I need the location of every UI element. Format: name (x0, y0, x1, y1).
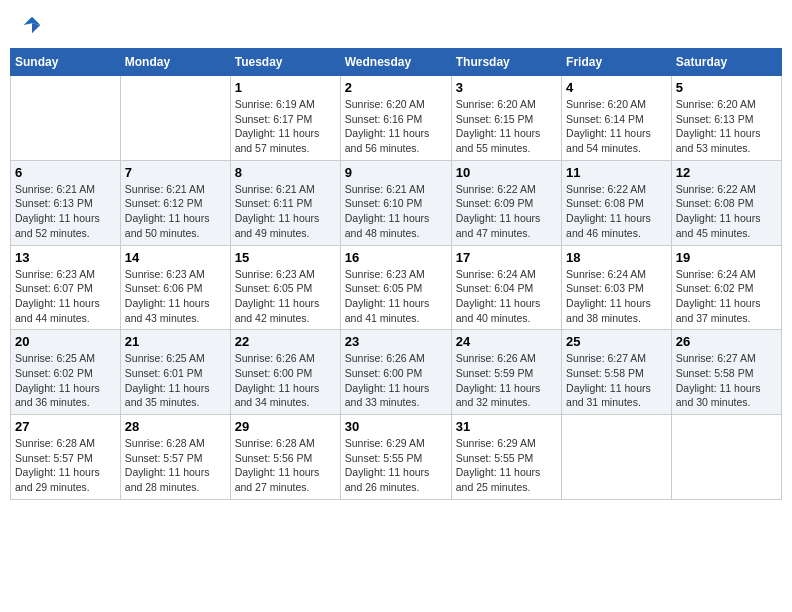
day-number: 1 (235, 80, 336, 95)
weekday-header: Friday (562, 49, 672, 76)
day-number: 14 (125, 250, 226, 265)
calendar-cell: 18Sunrise: 6:24 AM Sunset: 6:03 PM Dayli… (562, 245, 672, 330)
day-info: Sunrise: 6:23 AM Sunset: 6:06 PM Dayligh… (125, 267, 226, 326)
day-info: Sunrise: 6:23 AM Sunset: 6:07 PM Dayligh… (15, 267, 116, 326)
weekday-header: Wednesday (340, 49, 451, 76)
day-info: Sunrise: 6:20 AM Sunset: 6:16 PM Dayligh… (345, 97, 447, 156)
page-header (10, 10, 782, 40)
calendar-cell: 20Sunrise: 6:25 AM Sunset: 6:02 PM Dayli… (11, 330, 121, 415)
calendar-cell: 19Sunrise: 6:24 AM Sunset: 6:02 PM Dayli… (671, 245, 781, 330)
day-number: 30 (345, 419, 447, 434)
calendar-cell: 23Sunrise: 6:26 AM Sunset: 6:00 PM Dayli… (340, 330, 451, 415)
day-number: 4 (566, 80, 667, 95)
day-number: 25 (566, 334, 667, 349)
calendar-cell: 12Sunrise: 6:22 AM Sunset: 6:08 PM Dayli… (671, 160, 781, 245)
calendar-cell (11, 76, 121, 161)
calendar-cell: 26Sunrise: 6:27 AM Sunset: 5:58 PM Dayli… (671, 330, 781, 415)
day-number: 27 (15, 419, 116, 434)
calendar-header-row: SundayMondayTuesdayWednesdayThursdayFrid… (11, 49, 782, 76)
day-number: 3 (456, 80, 557, 95)
day-number: 19 (676, 250, 777, 265)
weekday-header: Tuesday (230, 49, 340, 76)
calendar-cell: 8Sunrise: 6:21 AM Sunset: 6:11 PM Daylig… (230, 160, 340, 245)
day-number: 16 (345, 250, 447, 265)
day-number: 18 (566, 250, 667, 265)
calendar-cell: 1Sunrise: 6:19 AM Sunset: 6:17 PM Daylig… (230, 76, 340, 161)
day-number: 21 (125, 334, 226, 349)
calendar-cell: 9Sunrise: 6:21 AM Sunset: 6:10 PM Daylig… (340, 160, 451, 245)
day-info: Sunrise: 6:20 AM Sunset: 6:13 PM Dayligh… (676, 97, 777, 156)
logo (20, 15, 42, 35)
day-info: Sunrise: 6:21 AM Sunset: 6:12 PM Dayligh… (125, 182, 226, 241)
day-info: Sunrise: 6:25 AM Sunset: 6:01 PM Dayligh… (125, 351, 226, 410)
calendar-cell (562, 415, 672, 500)
calendar-cell: 22Sunrise: 6:26 AM Sunset: 6:00 PM Dayli… (230, 330, 340, 415)
day-info: Sunrise: 6:28 AM Sunset: 5:57 PM Dayligh… (15, 436, 116, 495)
day-info: Sunrise: 6:29 AM Sunset: 5:55 PM Dayligh… (456, 436, 557, 495)
calendar-cell: 10Sunrise: 6:22 AM Sunset: 6:09 PM Dayli… (451, 160, 561, 245)
day-info: Sunrise: 6:22 AM Sunset: 6:08 PM Dayligh… (566, 182, 667, 241)
calendar-cell: 27Sunrise: 6:28 AM Sunset: 5:57 PM Dayli… (11, 415, 121, 500)
day-info: Sunrise: 6:20 AM Sunset: 6:14 PM Dayligh… (566, 97, 667, 156)
day-number: 10 (456, 165, 557, 180)
weekday-header: Monday (120, 49, 230, 76)
day-info: Sunrise: 6:27 AM Sunset: 5:58 PM Dayligh… (566, 351, 667, 410)
day-number: 17 (456, 250, 557, 265)
day-info: Sunrise: 6:26 AM Sunset: 5:59 PM Dayligh… (456, 351, 557, 410)
day-number: 24 (456, 334, 557, 349)
day-number: 28 (125, 419, 226, 434)
day-info: Sunrise: 6:21 AM Sunset: 6:11 PM Dayligh… (235, 182, 336, 241)
calendar-week-row: 20Sunrise: 6:25 AM Sunset: 6:02 PM Dayli… (11, 330, 782, 415)
day-number: 20 (15, 334, 116, 349)
day-info: Sunrise: 6:23 AM Sunset: 6:05 PM Dayligh… (235, 267, 336, 326)
calendar-cell: 28Sunrise: 6:28 AM Sunset: 5:57 PM Dayli… (120, 415, 230, 500)
day-number: 29 (235, 419, 336, 434)
calendar-cell: 31Sunrise: 6:29 AM Sunset: 5:55 PM Dayli… (451, 415, 561, 500)
calendar-cell: 17Sunrise: 6:24 AM Sunset: 6:04 PM Dayli… (451, 245, 561, 330)
day-number: 7 (125, 165, 226, 180)
logo-icon (22, 15, 42, 35)
calendar-cell: 13Sunrise: 6:23 AM Sunset: 6:07 PM Dayli… (11, 245, 121, 330)
day-number: 12 (676, 165, 777, 180)
day-number: 15 (235, 250, 336, 265)
calendar-cell: 29Sunrise: 6:28 AM Sunset: 5:56 PM Dayli… (230, 415, 340, 500)
calendar-cell: 30Sunrise: 6:29 AM Sunset: 5:55 PM Dayli… (340, 415, 451, 500)
day-number: 23 (345, 334, 447, 349)
calendar-cell (120, 76, 230, 161)
calendar-cell: 24Sunrise: 6:26 AM Sunset: 5:59 PM Dayli… (451, 330, 561, 415)
calendar-cell: 14Sunrise: 6:23 AM Sunset: 6:06 PM Dayli… (120, 245, 230, 330)
day-info: Sunrise: 6:21 AM Sunset: 6:13 PM Dayligh… (15, 182, 116, 241)
day-info: Sunrise: 6:21 AM Sunset: 6:10 PM Dayligh… (345, 182, 447, 241)
calendar-cell: 2Sunrise: 6:20 AM Sunset: 6:16 PM Daylig… (340, 76, 451, 161)
day-number: 2 (345, 80, 447, 95)
calendar-cell: 15Sunrise: 6:23 AM Sunset: 6:05 PM Dayli… (230, 245, 340, 330)
day-info: Sunrise: 6:22 AM Sunset: 6:08 PM Dayligh… (676, 182, 777, 241)
day-info: Sunrise: 6:24 AM Sunset: 6:02 PM Dayligh… (676, 267, 777, 326)
day-info: Sunrise: 6:26 AM Sunset: 6:00 PM Dayligh… (235, 351, 336, 410)
calendar-cell: 11Sunrise: 6:22 AM Sunset: 6:08 PM Dayli… (562, 160, 672, 245)
day-number: 13 (15, 250, 116, 265)
calendar-cell: 7Sunrise: 6:21 AM Sunset: 6:12 PM Daylig… (120, 160, 230, 245)
calendar-week-row: 27Sunrise: 6:28 AM Sunset: 5:57 PM Dayli… (11, 415, 782, 500)
day-info: Sunrise: 6:25 AM Sunset: 6:02 PM Dayligh… (15, 351, 116, 410)
day-info: Sunrise: 6:27 AM Sunset: 5:58 PM Dayligh… (676, 351, 777, 410)
calendar-cell: 6Sunrise: 6:21 AM Sunset: 6:13 PM Daylig… (11, 160, 121, 245)
calendar-cell: 5Sunrise: 6:20 AM Sunset: 6:13 PM Daylig… (671, 76, 781, 161)
day-number: 31 (456, 419, 557, 434)
day-info: Sunrise: 6:23 AM Sunset: 6:05 PM Dayligh… (345, 267, 447, 326)
day-info: Sunrise: 6:28 AM Sunset: 5:56 PM Dayligh… (235, 436, 336, 495)
day-info: Sunrise: 6:26 AM Sunset: 6:00 PM Dayligh… (345, 351, 447, 410)
calendar-cell: 16Sunrise: 6:23 AM Sunset: 6:05 PM Dayli… (340, 245, 451, 330)
weekday-header: Saturday (671, 49, 781, 76)
day-number: 26 (676, 334, 777, 349)
day-info: Sunrise: 6:24 AM Sunset: 6:04 PM Dayligh… (456, 267, 557, 326)
calendar-week-row: 13Sunrise: 6:23 AM Sunset: 6:07 PM Dayli… (11, 245, 782, 330)
day-info: Sunrise: 6:22 AM Sunset: 6:09 PM Dayligh… (456, 182, 557, 241)
day-number: 9 (345, 165, 447, 180)
calendar-cell: 3Sunrise: 6:20 AM Sunset: 6:15 PM Daylig… (451, 76, 561, 161)
calendar-cell (671, 415, 781, 500)
day-number: 22 (235, 334, 336, 349)
calendar-week-row: 6Sunrise: 6:21 AM Sunset: 6:13 PM Daylig… (11, 160, 782, 245)
weekday-header: Sunday (11, 49, 121, 76)
calendar-cell: 25Sunrise: 6:27 AM Sunset: 5:58 PM Dayli… (562, 330, 672, 415)
